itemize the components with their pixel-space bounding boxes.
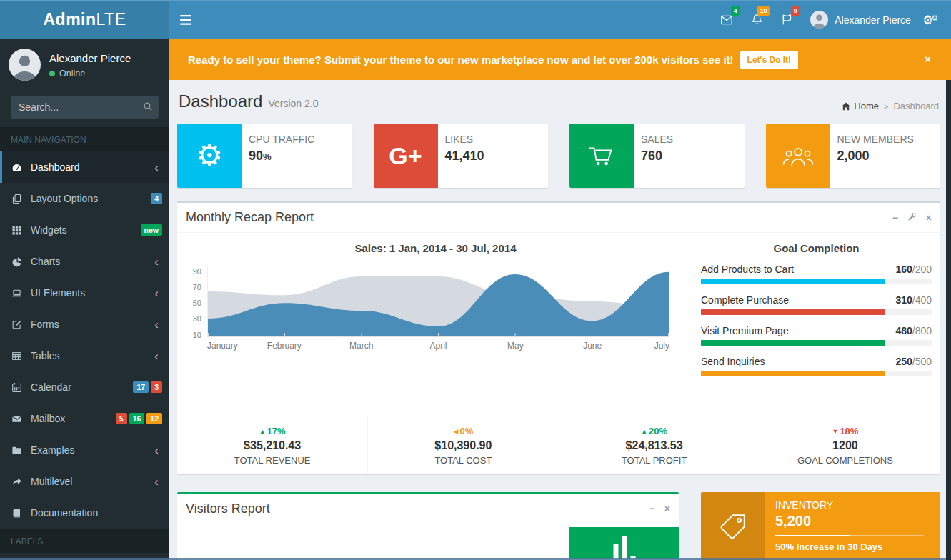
sidebar-item-label: Documentation — [31, 507, 98, 519]
x-tick-label: January — [207, 341, 238, 351]
box-header: Visitors Report − × — [177, 494, 679, 524]
sidebar-toggle-button[interactable] — [169, 0, 202, 39]
goal-value: 310/400 — [895, 294, 932, 306]
info-box-likes: G+LIKES41,410 — [374, 124, 549, 188]
sidebar-badges: new — [141, 224, 162, 236]
sidebar-item-multilevel[interactable]: Multilevel‹ — [0, 466, 169, 497]
inventory-icon-area — [701, 492, 765, 560]
search-button[interactable] — [143, 101, 153, 114]
caret-up-icon: ▲ — [259, 428, 266, 435]
chart-title: Sales: 1 Jan, 2014 - 30 Jul, 2014 — [186, 242, 685, 254]
goal-send-inquiries: Send Inquiries250/500 — [701, 356, 932, 376]
sidebar-user-panel: Alexander Pierce Online — [0, 39, 169, 90]
top-navbar: 4 10 9 Alexander Pierce ⚙⚙ — [169, 0, 951, 39]
stat-change: ▲20% — [559, 426, 750, 436]
close-icon[interactable]: × — [926, 213, 932, 223]
notifications-menu[interactable]: 10 — [742, 0, 772, 39]
info-box-label: SALES — [641, 134, 673, 145]
sidebar-item-examples[interactable]: Examples‹ — [0, 434, 169, 466]
goal-label: Complete Purchase — [701, 294, 789, 306]
recap-body: Sales: 1 Jan, 2014 - 30 Jul, 2014 103050… — [177, 234, 940, 416]
info-box-content: CPU TRAFFIC90% — [242, 124, 322, 188]
sidebar-item-label: Calendar — [31, 381, 71, 393]
plot-area — [207, 266, 669, 337]
inventory-value: 5,200 — [775, 513, 930, 529]
online-dot-icon — [49, 71, 55, 76]
page-subtitle: Version 2.0 — [268, 98, 318, 109]
collapse-icon[interactable]: − — [892, 213, 898, 223]
control-sidebar-toggle[interactable]: ⚙⚙ — [920, 13, 941, 27]
progress-fill — [701, 309, 885, 315]
wrench-icon[interactable] — [907, 212, 917, 223]
area-chart: 1030507090 — [186, 266, 685, 337]
info-box-row: ⚙CPU TRAFFIC90%G+LIKES41,410SALES760NEW … — [177, 124, 940, 188]
progress-fill — [701, 340, 885, 346]
breadcrumb-home[interactable]: Home — [841, 101, 879, 111]
messages-menu[interactable]: 4 — [712, 0, 742, 39]
sidebar-item-layout-options[interactable]: Layout Options4 — [0, 183, 169, 214]
sidebar-item-mailbox[interactable]: Mailbox51612 — [0, 403, 169, 434]
user-name: Alexander Pierce — [835, 14, 911, 26]
sidebar-badges: 4 — [151, 193, 162, 204]
sidebar-item-label: Widgets — [31, 224, 67, 236]
sidebar-item-calendar[interactable]: Calendar173 — [0, 371, 169, 403]
chevron-left-icon: ‹ — [154, 319, 159, 331]
brand-logo[interactable]: AdminLTE — [0, 0, 169, 39]
sidebar-item-forms[interactable]: Forms‹ — [0, 309, 169, 340]
info-box-value: 2,000 — [837, 149, 914, 164]
sidebar-item-ui-elements[interactable]: UI Elements‹ — [0, 277, 169, 309]
sidebar-item-dashboard[interactable]: Dashboard‹ — [0, 151, 169, 183]
goal-visit-premium-page: Visit Premium Page480/800 — [701, 325, 932, 346]
close-icon[interactable]: × — [664, 504, 670, 514]
visitors-chart-pad — [569, 527, 679, 559]
caret-down-icon: ▼ — [832, 428, 838, 435]
info-box-label: CPU TRAFFIC — [249, 134, 314, 145]
sidebar-search — [11, 96, 159, 119]
badge: 3 — [151, 381, 162, 393]
sidebar-item-widgets[interactable]: Widgetsnew — [0, 214, 169, 246]
edit-icon — [11, 319, 31, 330]
sidebar-user-name: Alexander Pierce — [49, 52, 131, 64]
badge: 17 — [133, 381, 149, 393]
progress-track — [701, 279, 932, 284]
bar-chart-icon — [613, 536, 635, 559]
user-menu[interactable]: Alexander Pierce — [802, 0, 920, 39]
sidebar-badges: 51612 — [116, 413, 162, 424]
visitors-report-box: Visitors Report − × — [177, 492, 679, 560]
chevron-left-icon: ‹ — [154, 350, 159, 362]
banner-close-icon[interactable]: × — [925, 54, 931, 64]
info-box-label: LIKES — [445, 134, 484, 145]
badge: 16 — [129, 413, 145, 424]
y-tick-label: 10 — [193, 331, 201, 339]
tasks-menu[interactable]: 9 — [772, 0, 802, 39]
sidebar-item-label: Layout Options — [31, 193, 98, 204]
x-tick-label: April — [429, 341, 447, 351]
banner-cta-button[interactable]: Let's Do It! — [740, 51, 799, 69]
y-axis-labels: 1030507090 — [186, 266, 207, 337]
navbar-menu: 4 10 9 Alexander Pierce ⚙⚙ — [712, 0, 941, 39]
stat-total-profit: ▲20%$24,813.53TOTAL PROFIT — [559, 416, 750, 474]
goal-add-products-to-cart: Add Products to Cart160/200 — [701, 264, 932, 284]
brand-bold: Admin — [43, 10, 96, 29]
search-input[interactable] — [11, 96, 159, 119]
messages-badge: 4 — [731, 6, 740, 16]
content-wrapper: Dashboard Version 2.0 Home > Dashboard ⚙… — [169, 80, 946, 560]
sidebar-item-charts[interactable]: Charts‹ — [0, 246, 169, 277]
sidebar-item-tables[interactable]: Tables‹ — [0, 340, 169, 371]
avatar — [9, 49, 41, 81]
user-status[interactable]: Online — [49, 69, 131, 79]
calendar-icon — [11, 382, 31, 393]
control-sidebar-edge[interactable] — [946, 80, 951, 560]
book-icon — [11, 508, 31, 519]
sidebar-item-documentation[interactable]: Documentation — [0, 497, 169, 529]
box-tools: − × — [892, 212, 932, 223]
badge: 5 — [116, 413, 127, 424]
envelope-icon — [11, 414, 31, 424]
stat-value: $24,813.53 — [559, 439, 750, 452]
box-header: Monthly Recap Report − × — [177, 203, 940, 233]
info-box-value: 90% — [249, 149, 314, 164]
collapse-icon[interactable]: − — [649, 504, 655, 514]
share-icon — [11, 476, 31, 487]
box-title: Visitors Report — [186, 501, 270, 516]
box-tools: − × — [649, 504, 670, 514]
